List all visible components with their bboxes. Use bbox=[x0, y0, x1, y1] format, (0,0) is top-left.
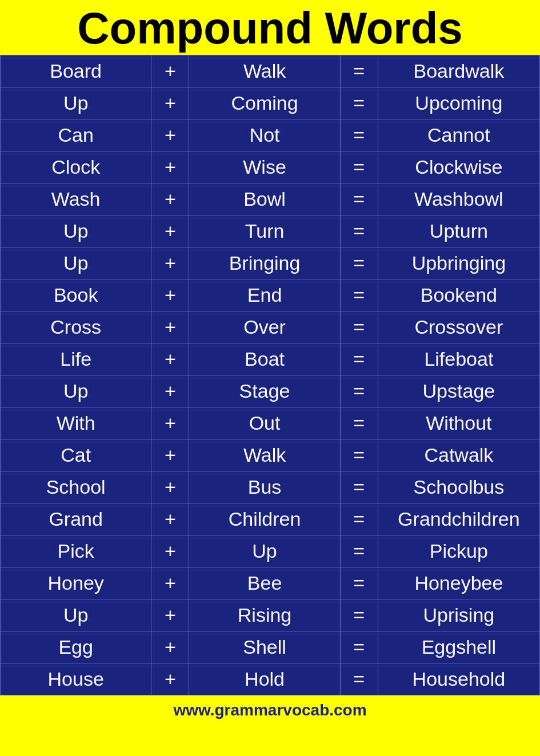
table-container: Board+Walk=BoardwalkUp+Coming=UpcomingCa… bbox=[0, 55, 540, 695]
cell-word1-0: Board bbox=[1, 55, 151, 87]
cell-equals-7: = bbox=[340, 279, 378, 311]
cell-result-18: Eggshell bbox=[378, 631, 539, 663]
cell-result-19: Household bbox=[378, 663, 539, 695]
table-row: Wash+Bowl=Washbowl bbox=[1, 183, 540, 215]
cell-word2-2: Not bbox=[189, 119, 340, 151]
cell-result-7: Bookend bbox=[378, 279, 539, 311]
cell-word2-11: Out bbox=[189, 407, 340, 439]
table-row: Honey+Bee=Honeybee bbox=[1, 567, 540, 599]
cell-result-0: Boardwalk bbox=[378, 55, 539, 87]
table-row: Cat+Walk=Catwalk bbox=[1, 439, 540, 471]
table-row: Pick+Up=Pickup bbox=[1, 535, 540, 567]
cell-operator-18: + bbox=[151, 631, 189, 663]
cell-result-9: Lifeboat bbox=[378, 343, 539, 375]
table-row: With+Out=Without bbox=[1, 407, 540, 439]
cell-equals-9: = bbox=[340, 343, 378, 375]
table-row: Board+Walk=Boardwalk bbox=[1, 55, 540, 87]
cell-word1-1: Up bbox=[1, 87, 151, 119]
cell-operator-19: + bbox=[151, 663, 189, 695]
cell-equals-11: = bbox=[340, 407, 378, 439]
footer: www.grammarvocab.com bbox=[0, 695, 540, 725]
cell-word1-7: Book bbox=[1, 279, 151, 311]
cell-word2-10: Stage bbox=[189, 375, 340, 407]
cell-word1-5: Up bbox=[1, 215, 151, 247]
cell-equals-1: = bbox=[340, 87, 378, 119]
cell-word2-4: Bowl bbox=[189, 183, 340, 215]
cell-equals-5: = bbox=[340, 215, 378, 247]
table-row: Can+Not=Cannot bbox=[1, 119, 540, 151]
cell-word2-3: Wise bbox=[189, 151, 340, 183]
cell-result-1: Upcoming bbox=[378, 87, 539, 119]
cell-equals-2: = bbox=[340, 119, 378, 151]
cell-word2-5: Turn bbox=[189, 215, 340, 247]
cell-operator-0: + bbox=[151, 55, 189, 87]
cell-equals-18: = bbox=[340, 631, 378, 663]
cell-word1-10: Up bbox=[1, 375, 151, 407]
cell-word2-18: Shell bbox=[189, 631, 340, 663]
cell-word1-13: School bbox=[1, 471, 151, 503]
cell-operator-13: + bbox=[151, 471, 189, 503]
cell-word2-12: Walk bbox=[189, 439, 340, 471]
cell-word1-9: Life bbox=[1, 343, 151, 375]
table-row: School+Bus=Schoolbus bbox=[1, 471, 540, 503]
cell-equals-16: = bbox=[340, 567, 378, 599]
table-row: Grand+Children=Grandchildren bbox=[1, 503, 540, 535]
cell-word2-16: Bee bbox=[189, 567, 340, 599]
cell-operator-16: + bbox=[151, 567, 189, 599]
cell-operator-14: + bbox=[151, 503, 189, 535]
cell-equals-3: = bbox=[340, 151, 378, 183]
cell-result-10: Upstage bbox=[378, 375, 539, 407]
table-row: Cross+Over=Crossover bbox=[1, 311, 540, 343]
cell-equals-4: = bbox=[340, 183, 378, 215]
cell-result-11: Without bbox=[378, 407, 539, 439]
cell-word2-13: Bus bbox=[189, 471, 340, 503]
table-row: Up+Turn=Upturn bbox=[1, 215, 540, 247]
cell-operator-2: + bbox=[151, 119, 189, 151]
header: Compound Words bbox=[0, 0, 540, 55]
cell-operator-5: + bbox=[151, 215, 189, 247]
table-row: House+Hold=Household bbox=[1, 663, 540, 695]
cell-equals-6: = bbox=[340, 247, 378, 279]
footer-url: www.grammarvocab.com bbox=[173, 701, 366, 719]
cell-word1-14: Grand bbox=[1, 503, 151, 535]
cell-result-16: Honeybee bbox=[378, 567, 539, 599]
page-title: Compound Words bbox=[3, 6, 537, 50]
cell-word1-4: Wash bbox=[1, 183, 151, 215]
cell-word1-16: Honey bbox=[1, 567, 151, 599]
cell-word1-12: Cat bbox=[1, 439, 151, 471]
cell-word2-0: Walk bbox=[189, 55, 340, 87]
cell-word2-15: Up bbox=[189, 535, 340, 567]
table-row: Egg+Shell=Eggshell bbox=[1, 631, 540, 663]
table-row: Up+Stage=Upstage bbox=[1, 375, 540, 407]
cell-operator-8: + bbox=[151, 311, 189, 343]
cell-equals-0: = bbox=[340, 55, 378, 87]
cell-word2-6: Bringing bbox=[189, 247, 340, 279]
cell-operator-17: + bbox=[151, 599, 189, 631]
cell-result-15: Pickup bbox=[378, 535, 539, 567]
cell-equals-19: = bbox=[340, 663, 378, 695]
cell-word1-2: Can bbox=[1, 119, 151, 151]
cell-result-6: Upbringing bbox=[378, 247, 539, 279]
cell-equals-12: = bbox=[340, 439, 378, 471]
cell-word2-8: Over bbox=[189, 311, 340, 343]
cell-operator-3: + bbox=[151, 151, 189, 183]
table-row: Up+Bringing=Upbringing bbox=[1, 247, 540, 279]
cell-result-4: Washbowl bbox=[378, 183, 539, 215]
table-row: Clock+Wise=Clockwise bbox=[1, 151, 540, 183]
cell-equals-17: = bbox=[340, 599, 378, 631]
cell-result-13: Schoolbus bbox=[378, 471, 539, 503]
cell-equals-8: = bbox=[340, 311, 378, 343]
cell-word1-18: Egg bbox=[1, 631, 151, 663]
cell-result-8: Crossover bbox=[378, 311, 539, 343]
cell-word1-19: House bbox=[1, 663, 151, 695]
cell-operator-11: + bbox=[151, 407, 189, 439]
cell-result-2: Cannot bbox=[378, 119, 539, 151]
cell-word2-1: Coming bbox=[189, 87, 340, 119]
cell-word2-9: Boat bbox=[189, 343, 340, 375]
cell-result-14: Grandchildren bbox=[378, 503, 539, 535]
cell-operator-7: + bbox=[151, 279, 189, 311]
cell-result-12: Catwalk bbox=[378, 439, 539, 471]
cell-result-5: Upturn bbox=[378, 215, 539, 247]
table-row: Book+End=Bookend bbox=[1, 279, 540, 311]
cell-operator-15: + bbox=[151, 535, 189, 567]
